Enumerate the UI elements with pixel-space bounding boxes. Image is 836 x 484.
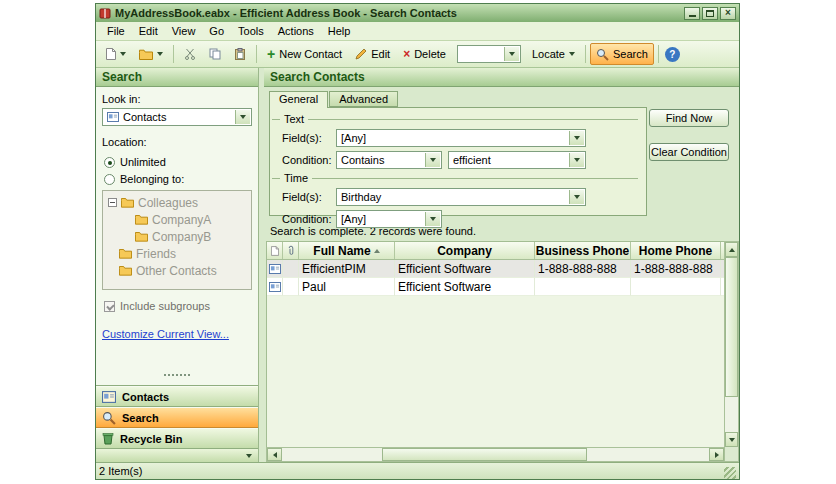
contacts-card-icon <box>107 112 119 122</box>
tab-advanced[interactable]: Advanced <box>329 91 398 107</box>
cut-icon <box>184 48 196 60</box>
time-condition-combo[interactable]: [Any] <box>336 210 442 228</box>
copy-button[interactable] <box>203 43 227 65</box>
close-button[interactable]: × <box>720 7 736 20</box>
table-empty-area <box>267 296 724 447</box>
text-condition-combo[interactable]: Contains <box>336 151 442 169</box>
time-fields-combo[interactable]: Birthday <box>336 188 586 206</box>
titlebar[interactable]: MyAddressBook.eabx - Efficient Address B… <box>96 4 739 22</box>
dropdown-button[interactable] <box>569 190 584 204</box>
locate-button[interactable]: Locate <box>526 43 581 65</box>
look-in-combo[interactable]: Contacts <box>102 108 252 126</box>
nav-collapse-bar[interactable] <box>96 449 258 462</box>
tree-item-label: CompanyB <box>152 230 211 244</box>
cut-button[interactable] <box>178 43 202 65</box>
new-file-icon <box>106 48 116 60</box>
hscroll-track[interactable] <box>282 448 709 461</box>
chevron-down-icon <box>430 217 436 221</box>
arrow-down-icon <box>729 438 735 442</box>
delete-button[interactable]: × Delete <box>397 43 452 65</box>
tree-item-companyb[interactable]: CompanyB <box>105 228 249 245</box>
look-in-dropdown[interactable] <box>235 110 250 124</box>
maximize-button[interactable] <box>702 7 718 20</box>
menu-view[interactable]: View <box>165 23 203 39</box>
menu-go[interactable]: Go <box>202 23 231 39</box>
vscroll-thumb[interactable] <box>725 257 738 397</box>
plus-icon: + <box>267 47 275 61</box>
clear-condition-button[interactable]: Clear Condition <box>649 143 729 161</box>
text-keyword-combo[interactable]: efficient <box>448 151 586 169</box>
scroll-right-button[interactable] <box>709 448 724 461</box>
radio-belonging-to[interactable]: Belonging to: <box>102 173 252 185</box>
tree-item-colleagues[interactable]: Colleagues <box>105 194 249 211</box>
quick-search-dropdown[interactable] <box>504 47 519 61</box>
window-controls: × <box>684 7 736 20</box>
tree-item-other-contacts[interactable]: Other Contacts <box>105 262 249 279</box>
open-folder-icon <box>139 49 153 60</box>
window-title: MyAddressBook.eabx - Efficient Address B… <box>115 7 680 19</box>
vertical-scrollbar[interactable] <box>724 241 739 462</box>
dropdown-button[interactable] <box>569 153 584 167</box>
dropdown-button[interactable] <box>569 131 584 145</box>
find-now-button[interactable]: Find Now <box>649 109 729 127</box>
group-tree: Colleagues CompanyA CompanyB Friends <box>102 190 252 290</box>
folder-icon <box>119 248 132 259</box>
column-business-phone[interactable]: Business Phone <box>535 242 631 259</box>
column-attachment[interactable] <box>283 242 299 259</box>
dropdown-button[interactable] <box>425 212 440 226</box>
open-button[interactable] <box>133 43 169 65</box>
search-icon <box>596 48 609 61</box>
new-file-button[interactable] <box>100 43 132 65</box>
item-count: 2 Item(s) <box>99 465 142 477</box>
sidebar-grip[interactable] <box>164 374 190 376</box>
tree-item-companya[interactable]: CompanyA <box>105 211 249 228</box>
minimize-icon <box>689 15 696 17</box>
column-record-icon[interactable] <box>267 242 283 259</box>
nav-contacts[interactable]: Contacts <box>96 386 258 407</box>
scroll-up-button[interactable] <box>725 242 738 257</box>
nav-recycle-bin[interactable]: Recycle Bin <box>96 428 258 449</box>
menu-actions[interactable]: Actions <box>271 23 321 39</box>
dropdown-button[interactable] <box>425 153 440 167</box>
search-button[interactable]: Search <box>590 43 654 65</box>
scroll-down-button[interactable] <box>725 432 738 447</box>
chevron-down-icon <box>509 52 515 56</box>
include-subgroups-checkbox[interactable]: Include subgroups <box>102 300 252 312</box>
resize-grip[interactable] <box>724 467 736 479</box>
column-full-name[interactable]: Full Name <box>299 242 395 259</box>
menu-help[interactable]: Help <box>321 23 358 39</box>
new-contact-label: New Contact <box>279 48 342 60</box>
edit-button[interactable]: Edit <box>349 43 396 65</box>
text-fields-combo[interactable]: [Any] <box>336 129 586 147</box>
quick-search-combo[interactable] <box>457 45 521 63</box>
menu-file[interactable]: File <box>100 23 132 39</box>
nav-search[interactable]: Search <box>96 407 258 428</box>
scroll-left-button[interactable] <box>267 448 282 461</box>
help-icon: ? <box>669 49 675 60</box>
paste-button[interactable] <box>228 43 252 65</box>
column-home-phone[interactable]: Home Phone <box>631 242 721 259</box>
time-fields-value: Birthday <box>341 191 381 203</box>
tree-item-friends[interactable]: Friends <box>105 245 249 262</box>
new-contact-button[interactable]: + New Contact <box>261 43 348 65</box>
menu-tools[interactable]: Tools <box>231 23 271 39</box>
menu-edit[interactable]: Edit <box>132 23 165 39</box>
help-button[interactable]: ? <box>665 47 680 62</box>
unlimited-label: Unlimited <box>120 156 166 168</box>
toolbar-separator <box>585 45 586 63</box>
horizontal-scrollbar[interactable] <box>266 447 724 462</box>
table-row[interactable]: EfficientPIM Efficient Software 1-888-88… <box>267 260 724 278</box>
column-company[interactable]: Company <box>395 242 535 259</box>
sidebar-nav: Contacts Search Recycle Bin <box>96 385 258 462</box>
hscroll-thumb[interactable] <box>382 448 587 461</box>
look-in-value: Contacts <box>123 111 166 123</box>
sidebar: Search Look in: Contacts Location: Unlim… <box>96 68 259 462</box>
tab-general[interactable]: General <box>269 91 328 108</box>
arrow-left-icon <box>273 452 277 458</box>
collapse-toggle-icon[interactable] <box>108 198 117 207</box>
customize-view-link[interactable]: Customize Current View... <box>102 328 229 340</box>
radio-unlimited[interactable]: Unlimited <box>102 156 252 168</box>
minimize-button[interactable] <box>684 7 700 20</box>
table-row[interactable]: Paul Efficient Software <box>267 278 724 296</box>
vscroll-track[interactable] <box>725 257 738 432</box>
